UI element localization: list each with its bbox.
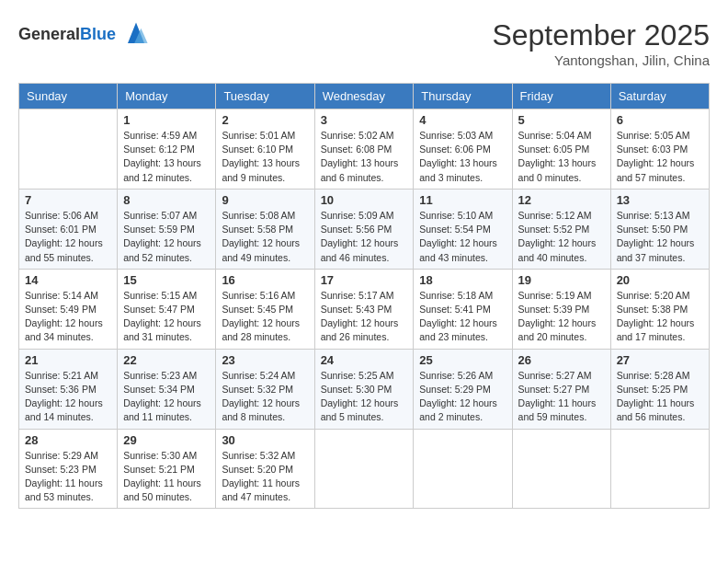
calendar-cell: 17Sunrise: 5:17 AMSunset: 5:43 PMDayligh… [314,269,414,349]
weekday-header-monday: Monday [118,84,216,109]
day-info: Sunrise: 5:23 AMSunset: 5:34 PMDaylight:… [123,369,210,425]
day-number: 17 [321,273,408,287]
calendar-cell: 22Sunrise: 5:23 AMSunset: 5:34 PMDayligh… [118,349,216,429]
title-block: September 2025 Yantongshan, Jilin, China [492,18,710,68]
day-number: 1 [123,113,210,127]
calendar-cell: 7Sunrise: 5:06 AMSunset: 6:01 PMDaylight… [19,189,118,269]
weekday-header-tuesday: Tuesday [216,84,314,109]
day-number: 28 [25,433,111,447]
day-info: Sunrise: 5:08 AMSunset: 5:58 PMDaylight:… [222,209,308,265]
day-info: Sunrise: 5:12 AMSunset: 5:52 PMDaylight:… [518,209,605,265]
day-info: Sunrise: 5:07 AMSunset: 5:59 PMDaylight:… [123,209,210,265]
day-info: Sunrise: 5:18 AMSunset: 5:41 PMDaylight:… [419,289,506,345]
calendar-cell: 30Sunrise: 5:32 AMSunset: 5:20 PMDayligh… [216,429,314,509]
day-number: 26 [518,353,605,367]
calendar-cell: 4Sunrise: 5:03 AMSunset: 6:06 PMDaylight… [414,109,512,190]
day-info: Sunrise: 5:17 AMSunset: 5:43 PMDaylight:… [321,289,408,345]
page-header: GeneralBlue September 2025 Yantongshan, … [18,18,710,68]
calendar-week-5: 28Sunrise: 5:29 AMSunset: 5:23 PMDayligh… [19,429,710,509]
calendar-cell: 29Sunrise: 5:30 AMSunset: 5:21 PMDayligh… [118,429,216,509]
day-info: Sunrise: 5:27 AMSunset: 5:27 PMDaylight:… [518,369,605,425]
month-title: September 2025 [492,18,710,52]
day-number: 30 [222,433,308,447]
weekday-header-friday: Friday [512,84,610,109]
day-info: Sunrise: 5:32 AMSunset: 5:20 PMDaylight:… [222,449,308,505]
day-number: 13 [617,193,703,207]
calendar-cell: 20Sunrise: 5:20 AMSunset: 5:38 PMDayligh… [610,269,709,349]
weekday-header-thursday: Thursday [414,84,512,109]
day-number: 10 [321,193,408,207]
day-info: Sunrise: 5:16 AMSunset: 5:45 PMDaylight:… [222,289,308,345]
calendar-cell: 9Sunrise: 5:08 AMSunset: 5:58 PMDaylight… [216,189,314,269]
logo-blue: Blue [80,25,116,43]
day-number: 20 [617,273,703,287]
day-number: 7 [25,193,111,207]
day-number: 12 [518,193,605,207]
calendar-cell: 19Sunrise: 5:19 AMSunset: 5:39 PMDayligh… [512,269,610,349]
day-info: Sunrise: 5:30 AMSunset: 5:21 PMDaylight:… [123,449,210,505]
calendar-cell [19,109,118,190]
day-info: Sunrise: 5:25 AMSunset: 5:30 PMDaylight:… [321,369,408,425]
day-info: Sunrise: 5:09 AMSunset: 5:56 PMDaylight:… [321,209,408,265]
day-info: Sunrise: 5:03 AMSunset: 6:06 PMDaylight:… [419,129,506,185]
calendar-cell: 13Sunrise: 5:13 AMSunset: 5:50 PMDayligh… [610,189,709,269]
calendar-week-2: 7Sunrise: 5:06 AMSunset: 6:01 PMDaylight… [19,189,710,269]
calendar-week-4: 21Sunrise: 5:21 AMSunset: 5:36 PMDayligh… [19,349,710,429]
day-number: 5 [518,113,605,127]
day-info: Sunrise: 5:26 AMSunset: 5:29 PMDaylight:… [419,369,506,425]
day-info: Sunrise: 4:59 AMSunset: 6:12 PMDaylight:… [123,129,210,185]
calendar-week-1: 1Sunrise: 4:59 AMSunset: 6:12 PMDaylight… [19,109,710,190]
day-number: 2 [222,113,308,127]
day-info: Sunrise: 5:06 AMSunset: 6:01 PMDaylight:… [25,209,111,265]
weekday-header-row: SundayMondayTuesdayWednesdayThursdayFrid… [19,84,710,109]
calendar-cell: 16Sunrise: 5:16 AMSunset: 5:45 PMDayligh… [216,269,314,349]
calendar-cell: 1Sunrise: 4:59 AMSunset: 6:12 PMDaylight… [118,109,216,190]
calendar-cell: 21Sunrise: 5:21 AMSunset: 5:36 PMDayligh… [19,349,118,429]
day-number: 19 [518,273,605,287]
day-info: Sunrise: 5:10 AMSunset: 5:54 PMDaylight:… [419,209,506,265]
weekday-header-wednesday: Wednesday [314,84,414,109]
day-info: Sunrise: 5:13 AMSunset: 5:50 PMDaylight:… [617,209,703,265]
day-number: 14 [25,273,111,287]
calendar-cell: 27Sunrise: 5:28 AMSunset: 5:25 PMDayligh… [610,349,709,429]
day-info: Sunrise: 5:02 AMSunset: 6:08 PMDaylight:… [321,129,408,185]
day-info: Sunrise: 5:04 AMSunset: 6:05 PMDaylight:… [518,129,605,185]
day-number: 21 [25,353,111,367]
day-info: Sunrise: 5:05 AMSunset: 6:03 PMDaylight:… [617,129,703,185]
day-number: 25 [419,353,506,367]
day-info: Sunrise: 5:21 AMSunset: 5:36 PMDaylight:… [25,369,111,425]
calendar-cell: 3Sunrise: 5:02 AMSunset: 6:08 PMDaylight… [314,109,414,190]
calendar-cell [512,429,610,509]
calendar-table: SundayMondayTuesdayWednesdayThursdayFrid… [18,83,710,509]
calendar-cell: 25Sunrise: 5:26 AMSunset: 5:29 PMDayligh… [414,349,512,429]
day-info: Sunrise: 5:20 AMSunset: 5:38 PMDaylight:… [617,289,703,345]
day-number: 16 [222,273,308,287]
logo: GeneralBlue [18,18,153,52]
day-info: Sunrise: 5:15 AMSunset: 5:47 PMDaylight:… [123,289,210,345]
day-number: 18 [419,273,506,287]
logo-general: General [18,25,80,43]
day-number: 29 [123,433,210,447]
calendar-cell: 5Sunrise: 5:04 AMSunset: 6:05 PMDaylight… [512,109,610,190]
calendar-cell: 2Sunrise: 5:01 AMSunset: 6:10 PMDaylight… [216,109,314,190]
day-info: Sunrise: 5:19 AMSunset: 5:39 PMDaylight:… [518,289,605,345]
calendar-cell: 18Sunrise: 5:18 AMSunset: 5:41 PMDayligh… [414,269,512,349]
calendar-cell: 12Sunrise: 5:12 AMSunset: 5:52 PMDayligh… [512,189,610,269]
calendar-week-3: 14Sunrise: 5:14 AMSunset: 5:49 PMDayligh… [19,269,710,349]
calendar-cell: 6Sunrise: 5:05 AMSunset: 6:03 PMDaylight… [610,109,709,190]
day-number: 9 [222,193,308,207]
day-number: 27 [617,353,703,367]
calendar-cell: 11Sunrise: 5:10 AMSunset: 5:54 PMDayligh… [414,189,512,269]
calendar-cell [314,429,414,509]
calendar-cell: 28Sunrise: 5:29 AMSunset: 5:23 PMDayligh… [19,429,118,509]
day-number: 22 [123,353,210,367]
weekday-header-sunday: Sunday [19,84,118,109]
calendar-cell: 8Sunrise: 5:07 AMSunset: 5:59 PMDaylight… [118,189,216,269]
day-info: Sunrise: 5:24 AMSunset: 5:32 PMDaylight:… [222,369,308,425]
day-info: Sunrise: 5:28 AMSunset: 5:25 PMDaylight:… [617,369,703,425]
day-number: 4 [419,113,506,127]
calendar-cell: 15Sunrise: 5:15 AMSunset: 5:47 PMDayligh… [118,269,216,349]
calendar-cell: 24Sunrise: 5:25 AMSunset: 5:30 PMDayligh… [314,349,414,429]
day-number: 6 [617,113,703,127]
day-info: Sunrise: 5:29 AMSunset: 5:23 PMDaylight:… [25,449,111,505]
